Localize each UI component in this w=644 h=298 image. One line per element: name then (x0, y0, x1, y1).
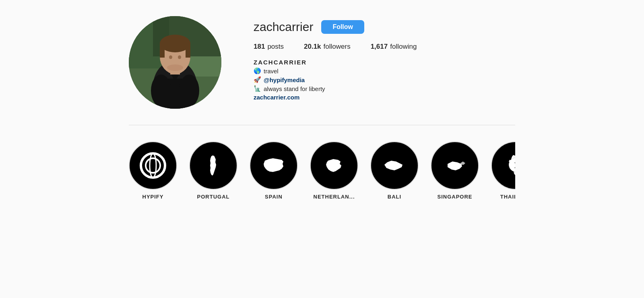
highlight-circle-spain (250, 141, 298, 190)
username: zachcarrier (254, 20, 313, 34)
highlight-bali[interactable]: BALI (370, 141, 419, 200)
svg-point-16 (151, 74, 171, 107)
highlight-label-bali: BALI (388, 194, 401, 200)
bio-display-name: ZACHCARRIER (254, 59, 515, 66)
highlight-spain[interactable]: SPAIN (250, 141, 298, 200)
avatar-wrapper (129, 16, 221, 109)
highlight-circle-netherlands (310, 141, 358, 190)
website-link[interactable]: zachcarrier.com (254, 94, 515, 101)
chevron-right-icon: ❯ (514, 161, 515, 168)
svg-point-18 (141, 153, 165, 178)
highlight-circle-hypify (129, 141, 177, 190)
following-count: 1,617 (371, 43, 388, 51)
highlights-row: HYPIFY PORTUGAL (129, 141, 515, 200)
stat-posts: 181 posts (254, 43, 284, 51)
username-row: zachcarrier Follow (254, 20, 515, 34)
bio-liberty-text: always stand for liberty (264, 85, 325, 92)
rocket-emoji: 🚀 (254, 76, 261, 83)
bio-line-hypify: 🚀 @hypifymedia (254, 76, 515, 83)
highlight-netherlands[interactable]: NETHERLAN... (310, 141, 358, 200)
following-label: following (390, 43, 417, 51)
svg-point-12 (178, 56, 181, 59)
followers-count: 20.1k (304, 43, 321, 51)
highlights-section: HYPIFY PORTUGAL (129, 141, 515, 212)
highlight-circle-portugal (189, 141, 237, 190)
avatar (129, 16, 221, 109)
profile-info: zachcarrier Follow 181 posts 20.1k follo… (254, 16, 515, 101)
stat-followers: 20.1k followers (304, 43, 351, 51)
bio-section: ZACHCARRIER 🌎 travel 🚀 @hypifymedia 🗽 al… (254, 59, 515, 101)
liberty-emoji: 🗽 (254, 85, 261, 92)
followers-label: followers (324, 43, 351, 51)
posts-label: posts (267, 43, 284, 51)
posts-count: 181 (254, 43, 265, 51)
profile-container: zachcarrier Follow 181 posts 20.1k follo… (121, 0, 523, 212)
profile-header: zachcarrier Follow 181 posts 20.1k follo… (129, 16, 515, 121)
highlight-hypify[interactable]: HYPIFY (129, 141, 177, 200)
svg-point-17 (179, 74, 199, 107)
highlight-label-netherlands: NETHERLAN... (314, 194, 355, 200)
highlight-portugal[interactable]: PORTUGAL (189, 141, 237, 200)
svg-rect-9 (160, 43, 165, 58)
hypify-link[interactable]: @hypifymedia (264, 77, 305, 83)
divider (129, 125, 515, 125)
highlight-circle-bali (370, 141, 419, 190)
highlight-singapore[interactable]: SINGAPORE (431, 141, 479, 200)
svg-point-11 (169, 56, 172, 59)
highlight-label-portugal: PORTUGAL (197, 194, 230, 200)
follow-button[interactable]: Follow (321, 20, 364, 34)
bio-travel-text: travel (264, 68, 279, 74)
bio-line-liberty: 🗽 always stand for liberty (254, 85, 515, 92)
highlight-label-singapore: SINGAPORE (437, 194, 472, 200)
highlight-circle-singapore (431, 141, 479, 190)
svg-point-19 (146, 158, 160, 173)
svg-point-13 (167, 64, 183, 71)
highlight-label-hypify: HYPIFY (142, 194, 164, 200)
bio-line-travel: 🌎 travel (254, 67, 515, 74)
globe-emoji: 🌎 (254, 67, 261, 74)
svg-point-20 (150, 153, 156, 178)
svg-rect-10 (186, 43, 190, 58)
highlight-label-thailand: THAILAND (500, 194, 515, 200)
stat-following: 1,617 following (371, 43, 417, 51)
highlight-label-spain: SPAIN (265, 194, 283, 200)
stats-row: 181 posts 20.1k followers 1,617 followin… (254, 43, 515, 51)
